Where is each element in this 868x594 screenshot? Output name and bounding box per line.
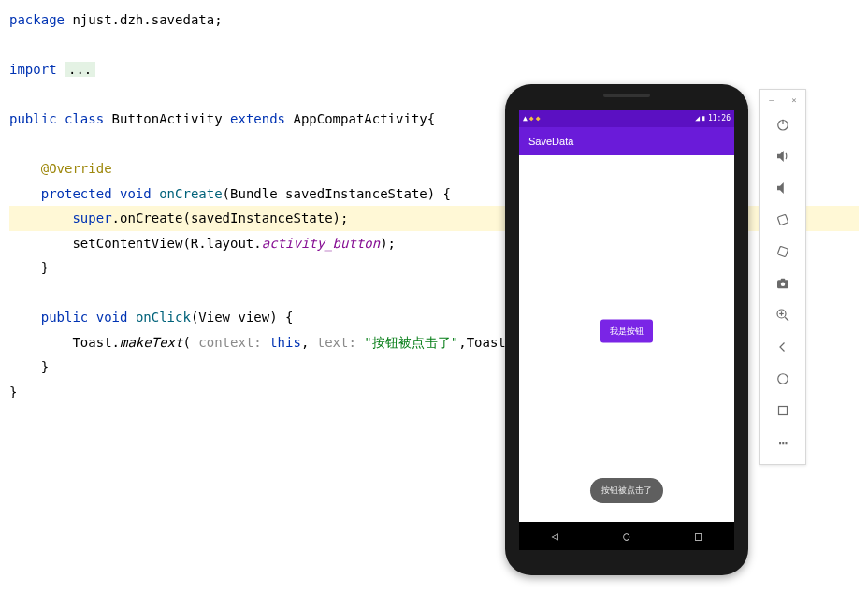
onClick-params: (View view) {	[191, 310, 294, 325]
keyword-this: this	[269, 335, 301, 350]
android-nav-bar: ◁ ○ □	[519, 522, 734, 550]
nav-recent-icon[interactable]: □	[695, 529, 702, 543]
layout-ref: activity_button	[262, 236, 380, 251]
center-button[interactable]: 我是按钮	[600, 319, 653, 342]
svg-point-5	[781, 283, 786, 287]
keyword-public: public	[9, 111, 57, 126]
brace-close: }	[41, 359, 49, 374]
toast-class: Toast.	[72, 335, 120, 350]
toast-message: 按钮被点击了	[590, 478, 663, 503]
rotate-left-button[interactable]	[769, 206, 797, 234]
svg-rect-2	[777, 214, 788, 225]
class-name: ButtonActivity	[104, 111, 230, 126]
brace-close: }	[9, 384, 17, 399]
speaker-grille	[603, 94, 650, 97]
svg-rect-3	[777, 246, 788, 257]
emulator-frame: ▲ ◆ ◆ ◢ ▮ 11:26 SaveData 我是按钮 按钮被点击了 ◁ ○…	[505, 84, 748, 575]
annotation-override: @Override	[41, 161, 112, 176]
nav-back-icon[interactable]: ◁	[552, 529, 558, 543]
close-button[interactable]: ×	[791, 95, 796, 105]
method-onCreate: onCreate	[159, 186, 222, 201]
status-bar: ▲ ◆ ◆ ◢ ▮ 11:26	[519, 110, 734, 127]
signal-icon: ◢	[695, 114, 700, 123]
camera-button[interactable]	[769, 269, 797, 297]
brace-close: }	[41, 260, 49, 275]
super-class: AppCompatActivity{	[285, 111, 435, 126]
string-literal: "按钮被点击了"	[364, 335, 458, 350]
keyword-super: super	[72, 210, 111, 225]
power-button[interactable]	[769, 110, 797, 138]
status-time: 11:26	[708, 114, 731, 123]
keyword-void: void	[96, 310, 128, 325]
keyword-package: package	[9, 12, 65, 27]
device-screen[interactable]: ▲ ◆ ◆ ◢ ▮ 11:26 SaveData 我是按钮 按钮被点击了 ◁ ○…	[519, 110, 734, 550]
package-name: njust.dzh.savedata;	[65, 12, 223, 27]
onCreate-params: (Bundle savedInstanceState) {	[223, 186, 451, 201]
more-button[interactable]: ⋯	[769, 428, 797, 456]
keyword-extends: extends	[230, 111, 285, 126]
svg-point-11	[778, 374, 788, 384]
super-call: .onCreate(savedInstanceState);	[112, 210, 349, 225]
svg-line-8	[785, 317, 788, 321]
setContentView-call: setContentView(R.layout.	[72, 236, 261, 251]
volume-down-button[interactable]	[769, 174, 797, 202]
emulator-toolbar: – × ⋯	[760, 89, 806, 465]
method-onClick: onClick	[136, 310, 191, 325]
app-body[interactable]: 我是按钮 按钮被点击了	[519, 155, 734, 522]
svg-rect-12	[779, 407, 788, 415]
import-fold[interactable]: ...	[65, 62, 95, 77]
keyword-protected: protected	[41, 186, 112, 201]
minimize-button[interactable]: –	[769, 95, 774, 105]
app-bar: SaveData	[519, 127, 734, 155]
method-makeText: makeText	[120, 335, 182, 350]
keyword-public: public	[41, 310, 89, 325]
back-button[interactable]	[769, 333, 797, 361]
battery-icon: ▮	[702, 114, 706, 123]
keyword-void: void	[120, 186, 152, 201]
zoom-button[interactable]	[769, 301, 797, 329]
app-title: SaveData	[528, 136, 573, 147]
notification-icon: ◆	[529, 114, 534, 123]
volume-up-button[interactable]	[769, 142, 797, 170]
keyword-class: class	[65, 111, 104, 126]
nav-home-icon[interactable]: ○	[623, 529, 629, 543]
rotate-right-button[interactable]	[769, 238, 797, 266]
svg-rect-6	[781, 279, 786, 281]
param-hint-context: context:	[191, 335, 269, 350]
param-hint-text: text:	[317, 335, 365, 350]
notification-icon: ▲	[523, 114, 528, 123]
notification-icon: ◆	[536, 114, 541, 123]
keyword-import: import	[9, 62, 57, 77]
overview-button[interactable]	[769, 397, 797, 425]
home-button[interactable]	[769, 365, 797, 393]
